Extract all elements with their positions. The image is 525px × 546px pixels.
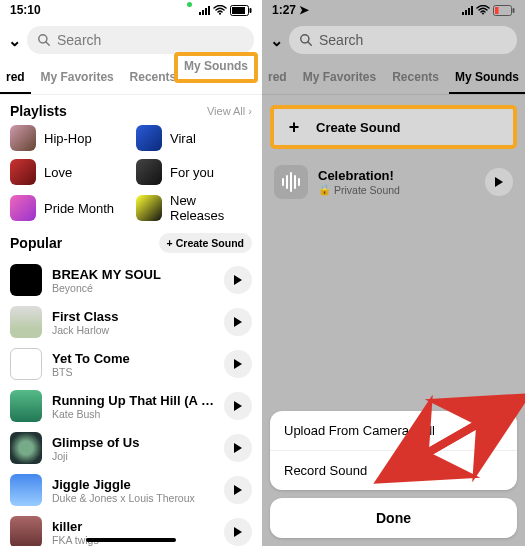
search-placeholder: Search [319, 32, 363, 48]
playlist-thumb-icon [136, 195, 162, 221]
song-title: BREAK MY SOUL [52, 267, 214, 282]
song-artist: Jack Harlow [52, 324, 214, 336]
play-button[interactable] [224, 392, 252, 420]
popular-header: Popular [10, 235, 62, 251]
album-cover-icon [10, 432, 42, 464]
song-artist: Beyoncé [52, 282, 214, 294]
svg-line-5 [46, 42, 50, 46]
playlist-pride-month[interactable]: Pride Month [10, 193, 126, 223]
sound-title: Celebration! [318, 168, 475, 183]
pane-featured: 15:10 ⌄ Search red My Favorites Recents … [0, 0, 262, 546]
song-row[interactable]: Glimpse of UsJoji [0, 427, 262, 469]
play-button[interactable] [224, 350, 252, 378]
mic-indicator-icon [187, 2, 192, 7]
svg-rect-2 [232, 7, 245, 14]
playlist-thumb-icon [10, 159, 36, 185]
song-artist: Kate Bush [52, 408, 214, 420]
popular-header-row: Popular + Create Sound [0, 223, 262, 259]
album-cover-icon [10, 306, 42, 338]
playlist-thumb-icon [10, 125, 36, 151]
search-icon [299, 33, 313, 47]
playlist-thumb-icon [10, 195, 36, 221]
sheet-options: Upload From Camera Roll Record Sound [270, 411, 517, 490]
playlist-new-releases[interactable]: New Releases [136, 193, 252, 223]
waveform-icon [274, 165, 308, 199]
svg-line-11 [308, 42, 312, 46]
status-time: 15:10 [10, 3, 41, 17]
record-sound-button[interactable]: Record Sound [270, 450, 517, 490]
album-cover-icon [10, 474, 42, 506]
pane-my-sounds: 1:27 ➤ ⌄ Search red My Favorites Recents… [262, 0, 525, 546]
create-sound-label: Create Sound [316, 120, 401, 135]
song-row[interactable]: Jiggle JiggleDuke & Jones x Louis Therou… [0, 469, 262, 511]
search-icon [37, 33, 51, 47]
tab-my-sounds[interactable]: My Sounds [449, 64, 525, 94]
status-time-group: 1:27 ➤ [272, 3, 309, 17]
status-indicators [199, 5, 252, 16]
playlist-thumb-icon [136, 125, 162, 151]
done-button[interactable]: Done [270, 498, 517, 538]
create-sound-row[interactable]: + Create Sound [270, 105, 517, 149]
view-all-button[interactable]: View All › [207, 105, 252, 117]
play-button[interactable] [224, 518, 252, 546]
song-title: Glimpse of Us [52, 435, 214, 450]
svg-rect-8 [495, 7, 499, 14]
tab-my-favorites[interactable]: My Favorites [297, 64, 382, 94]
song-row[interactable]: BREAK MY SOULBeyoncé [0, 259, 262, 301]
playlist-love[interactable]: Love [10, 159, 126, 185]
playlist-hip-hop[interactable]: Hip-Hop [10, 125, 126, 151]
wifi-icon [213, 5, 227, 15]
play-button[interactable] [485, 168, 513, 196]
song-row[interactable]: Yet To ComeBTS [0, 343, 262, 385]
home-indicator-icon [86, 538, 176, 542]
play-button[interactable] [224, 476, 252, 504]
status-bar: 1:27 ➤ [262, 0, 525, 20]
song-title: Running Up That Hill (A Deal With God) [52, 393, 214, 408]
status-bar: 15:10 [0, 0, 262, 20]
tab-my-favorites[interactable]: My Favorites [34, 64, 119, 94]
action-sheet: Upload From Camera Roll Record Sound Don… [270, 411, 517, 538]
play-button[interactable] [224, 308, 252, 336]
playlist-for-you[interactable]: For you [136, 159, 252, 185]
collapse-chevron-icon[interactable]: ⌄ [270, 31, 283, 50]
search-input[interactable]: Search [289, 26, 517, 54]
search-input[interactable]: Search [27, 26, 254, 54]
playlist-viral[interactable]: Viral [136, 125, 252, 151]
collapse-chevron-icon[interactable]: ⌄ [8, 31, 21, 50]
create-sound-button[interactable]: + Create Sound [159, 233, 252, 253]
plus-icon: + [167, 237, 173, 249]
search-placeholder: Search [57, 32, 101, 48]
wifi-icon [476, 5, 490, 15]
sound-row[interactable]: Celebration! 🔒 Private Sound [262, 157, 525, 207]
playlists-header: Playlists [10, 103, 67, 119]
play-button[interactable] [224, 434, 252, 462]
song-artist: BTS [52, 366, 214, 378]
sound-subtitle: 🔒 Private Sound [318, 183, 475, 196]
tab-featured[interactable]: red [0, 64, 31, 94]
song-artist: Joji [52, 450, 214, 462]
lock-icon: 🔒 [318, 183, 331, 196]
song-row[interactable]: Running Up That Hill (A Deal With God)Ka… [0, 385, 262, 427]
svg-point-0 [219, 13, 221, 15]
song-row[interactable]: First ClassJack Harlow [0, 301, 262, 343]
location-icon: ➤ [299, 3, 309, 17]
song-artist: Duke & Jones x Louis Theroux [52, 492, 214, 504]
battery-icon [230, 5, 252, 16]
song-title: killer [52, 519, 214, 534]
upload-from-camera-roll-button[interactable]: Upload From Camera Roll [270, 411, 517, 450]
play-button[interactable] [224, 266, 252, 294]
svg-point-6 [482, 13, 484, 15]
status-indicators [462, 5, 515, 16]
album-cover-icon [10, 516, 42, 546]
tab-recents[interactable]: Recents [386, 64, 445, 94]
playlists-section: Playlists View All › Hip-Hop Viral Love … [0, 95, 262, 223]
tab-my-sounds[interactable]: My Sounds [174, 52, 258, 83]
song-title: Yet To Come [52, 351, 214, 366]
signal-icon [462, 6, 473, 15]
tab-featured[interactable]: red [262, 64, 293, 94]
svg-rect-3 [250, 8, 252, 13]
search-header: ⌄ Search [262, 20, 525, 60]
plus-icon: + [284, 117, 304, 137]
svg-rect-9 [513, 8, 515, 13]
song-title: Jiggle Jiggle [52, 477, 214, 492]
